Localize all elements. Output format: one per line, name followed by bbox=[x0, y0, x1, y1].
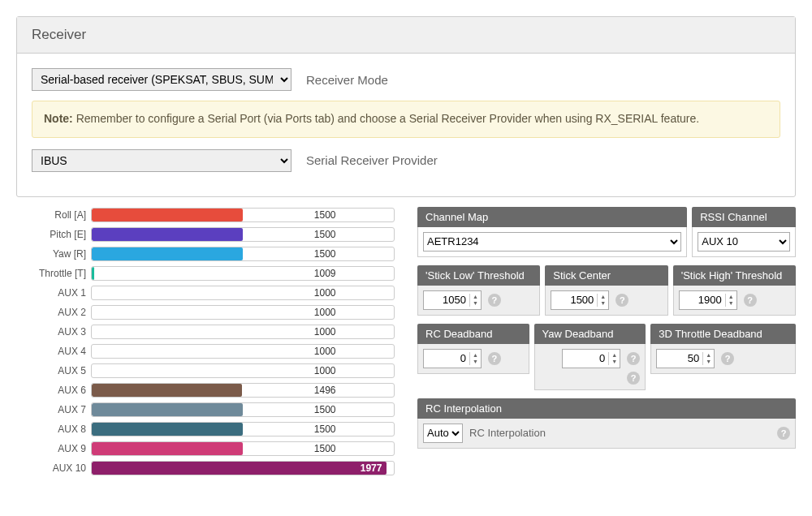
channel-bar: 1500 bbox=[91, 247, 395, 261]
channel-label: AUX 9 bbox=[16, 443, 91, 454]
chevron-up-icon[interactable]: ▲ bbox=[598, 294, 608, 300]
channel-bars: Roll [A]1500Pitch [E]1500Yaw [R]1500Thro… bbox=[16, 207, 395, 479]
channel-bar: 1500 bbox=[91, 208, 395, 222]
help-icon[interactable]: ? bbox=[627, 372, 640, 385]
help-icon[interactable]: ? bbox=[744, 294, 757, 307]
channel-value: 1500 bbox=[309, 228, 341, 241]
channel-bar: 1500 bbox=[91, 402, 395, 417]
stick-low-header: 'Stick Low' Threshold bbox=[417, 265, 540, 286]
chevron-up-icon[interactable]: ▲ bbox=[703, 352, 714, 359]
help-icon[interactable]: ? bbox=[488, 294, 501, 307]
help-icon[interactable]: ? bbox=[721, 352, 734, 365]
stick-center-input[interactable]: ▲▼ bbox=[551, 290, 609, 310]
rc-interpolation-label: RC Interpolation bbox=[469, 427, 546, 439]
channel-label: AUX 1 bbox=[16, 287, 91, 299]
channel-bar: 1000 bbox=[91, 363, 395, 378]
yaw-deadband-input[interactable]: ▲▼ bbox=[562, 349, 620, 368]
channel-bar: 1000 bbox=[91, 344, 395, 359]
channel-row: AUX 71500 bbox=[16, 402, 395, 418]
note-banner: Note: Remember to configure a Serial Por… bbox=[32, 101, 780, 138]
channel-bar: 1009 bbox=[91, 266, 395, 281]
channel-row: Yaw [R]1500 bbox=[16, 246, 395, 262]
panel-title: Receiver bbox=[17, 17, 795, 54]
channel-value: 1500 bbox=[309, 423, 341, 436]
chevron-down-icon[interactable]: ▼ bbox=[726, 300, 736, 307]
channel-value: 1000 bbox=[309, 364, 341, 377]
chevron-down-icon[interactable]: ▼ bbox=[598, 300, 608, 307]
chevron-down-icon[interactable]: ▼ bbox=[470, 300, 481, 307]
receiver-panel: Receiver Serial-based receiver (SPEKSAT,… bbox=[16, 16, 796, 197]
help-icon[interactable]: ? bbox=[627, 352, 640, 365]
note-prefix: Note: bbox=[44, 112, 73, 125]
channel-bar: 1500 bbox=[91, 441, 395, 456]
channel-row: Roll [A]1500 bbox=[16, 207, 395, 223]
yaw-deadband-header: Yaw Deadband bbox=[534, 324, 646, 344]
channel-value: 1500 bbox=[309, 247, 341, 260]
serial-provider-label: Serial Receiver Provider bbox=[306, 153, 438, 167]
rc-deadband-header: RC Deadband bbox=[417, 324, 529, 344]
channel-value: 1009 bbox=[309, 267, 341, 280]
chevron-down-icon[interactable]: ▼ bbox=[703, 359, 714, 365]
rc-deadband-input[interactable]: ▲▼ bbox=[423, 349, 482, 368]
note-text: Remember to configure a Serial Port (via… bbox=[73, 112, 699, 125]
stick-high-input[interactable]: ▲▼ bbox=[679, 290, 737, 310]
rc-interpolation-header: RC Interpolation bbox=[417, 398, 796, 419]
channel-bar: 1500 bbox=[91, 422, 395, 436]
rssi-select[interactable]: AUX 10 bbox=[698, 232, 790, 252]
channel-row: AUX 51000 bbox=[16, 363, 395, 379]
chevron-down-icon[interactable]: ▼ bbox=[470, 359, 481, 365]
channel-map-header: Channel Map bbox=[417, 207, 687, 227]
channel-row: AUX 101977 bbox=[16, 460, 395, 476]
channel-bar: 1500 bbox=[91, 227, 395, 242]
chevron-up-icon[interactable]: ▲ bbox=[470, 352, 481, 359]
channel-row: AUX 61496 bbox=[16, 382, 395, 398]
channel-value: 1000 bbox=[309, 345, 341, 358]
channel-row: AUX 21000 bbox=[16, 304, 395, 320]
channel-row: AUX 41000 bbox=[16, 343, 395, 359]
serial-provider-select[interactable]: IBUS bbox=[32, 149, 292, 172]
stick-high-header: 'Stick High' Threshold bbox=[673, 265, 796, 286]
channel-bar: 1000 bbox=[91, 325, 395, 339]
channel-row: AUX 11000 bbox=[16, 285, 395, 301]
channel-row: AUX 91500 bbox=[16, 441, 395, 457]
rssi-header: RSSI Channel bbox=[692, 207, 796, 227]
channel-value: 1000 bbox=[309, 306, 341, 319]
channel-bar: 1000 bbox=[91, 305, 395, 320]
chevron-up-icon[interactable]: ▲ bbox=[609, 352, 620, 359]
channel-bar: 1496 bbox=[91, 383, 395, 398]
channel-label: AUX 6 bbox=[16, 385, 91, 396]
channel-value: 1000 bbox=[309, 325, 341, 338]
help-icon[interactable]: ? bbox=[488, 352, 501, 365]
channel-bar: 1000 bbox=[91, 286, 395, 300]
channel-label: AUX 10 bbox=[16, 462, 91, 474]
channel-value: 1496 bbox=[309, 384, 341, 397]
help-icon[interactable]: ? bbox=[615, 294, 628, 307]
channel-value: 1500 bbox=[309, 209, 341, 221]
channel-row: Throttle [T]1009 bbox=[16, 265, 395, 282]
help-icon[interactable]: ? bbox=[777, 427, 790, 440]
chevron-up-icon[interactable]: ▲ bbox=[470, 294, 481, 300]
chevron-down-icon[interactable]: ▼ bbox=[609, 359, 620, 365]
channel-label: Throttle [T] bbox=[16, 268, 91, 279]
stick-low-input[interactable]: ▲▼ bbox=[423, 290, 482, 310]
channel-value: 1500 bbox=[309, 442, 341, 455]
channel-label: AUX 3 bbox=[16, 326, 91, 338]
chevron-up-icon[interactable]: ▲ bbox=[726, 294, 736, 300]
channel-value: 1500 bbox=[309, 403, 341, 416]
throttle3d-deadband-header: 3D Throttle Deadband bbox=[650, 324, 796, 344]
channel-map-select[interactable]: AETR1234 bbox=[423, 232, 681, 252]
channel-bar: 1977 bbox=[91, 461, 395, 475]
channel-row: AUX 31000 bbox=[16, 324, 395, 340]
channel-row: AUX 81500 bbox=[16, 421, 395, 437]
throttle3d-deadband-input[interactable]: ▲▼ bbox=[656, 349, 715, 368]
rc-interpolation-select[interactable]: Auto bbox=[423, 424, 463, 443]
channel-row: Pitch [E]1500 bbox=[16, 226, 395, 243]
receiver-mode-label: Receiver Mode bbox=[306, 73, 388, 87]
channel-label: AUX 7 bbox=[16, 404, 91, 415]
channel-label: Roll [A] bbox=[16, 209, 91, 221]
channel-label: AUX 5 bbox=[16, 365, 91, 376]
channel-value: 1000 bbox=[309, 286, 341, 299]
channel-label: Pitch [E] bbox=[16, 229, 91, 240]
receiver-mode-select[interactable]: Serial-based receiver (SPEKSAT, SBUS, SU… bbox=[32, 68, 292, 91]
channel-label: AUX 8 bbox=[16, 424, 91, 435]
